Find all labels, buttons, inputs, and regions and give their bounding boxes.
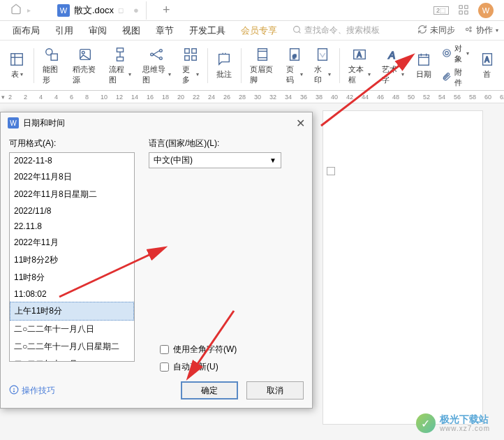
search-box[interactable]: 查找命令、搜索模板 [292,24,380,36]
tab-view[interactable]: 视图 [115,22,147,40]
sync-status[interactable]: 未同步 [417,24,455,36]
svg-point-44 [445,51,448,54]
object-button[interactable]: 对象▾ [442,43,469,64]
svg-point-20 [160,49,163,52]
mindmap-button[interactable]: 思维导图▾ [137,43,177,88]
coop-icon [464,24,473,36]
first-button[interactable]: A 首 [473,48,501,82]
format-item[interactable]: 2022年11月8日 [10,168,134,186]
tab-layout[interactable]: 面布局 [6,22,47,40]
cancel-button[interactable]: 取消 [246,381,304,399]
comment-icon [216,51,232,68]
textbox-button[interactable]: A 文本框▾ [343,43,376,88]
svg-rect-13 [51,54,57,60]
watermark-title: 极光下载站 [440,414,490,425]
avatar[interactable]: W [478,3,494,18]
tab-devtools[interactable]: 开发工具 [182,22,232,40]
sync-label: 未同步 [430,24,455,36]
svg-rect-25 [191,48,195,52]
fullwidth-input[interactable] [160,345,169,354]
document-page[interactable] [323,110,483,425]
sync-icon [417,24,427,36]
ok-button[interactable]: 确定 [181,381,238,399]
header-footer-icon [254,46,271,63]
ruler-mark: 30 [254,94,261,101]
format-item[interactable]: 2022年11月 [10,234,134,251]
format-item[interactable]: 2022/11/8 [10,203,134,219]
ruler-mark: 62 [500,94,504,101]
format-item[interactable]: 22.11.8 [10,219,134,234]
format-item[interactable]: 2022年11月8日星期二 [10,186,134,203]
fullwidth-checkbox[interactable]: 使用全角字符(W) [160,344,237,355]
shape-button[interactable]: 能图形 [37,43,67,88]
ruler-mark: 18 [162,94,169,101]
ruler[interactable]: ▾ 22446810121416182022242628303234363840… [0,91,504,103]
ruler-mark: 14 [131,94,138,101]
format-item[interactable]: 11时8分2秒 [10,251,134,269]
svg-rect-35 [318,48,327,60]
svg-text:#: # [292,52,297,59]
format-item[interactable]: 二○二二年十一月 [10,355,134,362]
svg-point-15 [82,51,84,54]
ruler-mark: 20 [177,94,184,101]
svg-point-21 [160,57,163,59]
svg-rect-30 [258,48,267,60]
ruler-mark: 16 [147,94,154,101]
text-cursor [327,167,335,175]
svg-point-49 [13,390,14,391]
doc-icon: W [57,4,70,17]
tab-review[interactable]: 审阅 [82,22,114,40]
svg-point-4 [294,26,300,32]
attachment-button[interactable]: 附件 [442,67,469,88]
document-tab[interactable]: W 散文.docx ◻ ● [50,1,147,20]
ruler-mark: 36 [300,94,307,101]
ruler-mark: 4 [54,94,58,101]
format-item[interactable]: 上午11时8分 [10,302,134,321]
comment-button[interactable]: 批注 [210,48,238,82]
flowchart-button[interactable]: 流程图▾ [103,43,137,88]
watermark-logo-icon: ✓ [416,413,436,433]
svg-rect-1 [465,5,468,8]
format-list[interactable]: 2022-11-82022年11月8日2022年11月8日星期二2022/11/… [9,152,135,362]
svg-rect-0 [459,5,462,8]
watermark-button[interactable]: 水印▾ [309,43,336,88]
home-icon[interactable] [10,3,22,17]
autoupdate-input[interactable] [160,362,169,372]
tab-vip[interactable]: 会员专享 [234,22,284,40]
ruler-mark: 38 [316,94,323,101]
watermark-url: www.xz7.com [440,425,490,432]
shape-icon [43,46,60,63]
header-footer-button[interactable]: 页眉页脚 [244,43,281,88]
new-tab-button[interactable]: + [152,3,181,17]
format-item[interactable]: 二○二二年十一月八日星期二 [10,338,134,355]
svg-rect-39 [418,55,429,66]
ruler-mark: 24 [208,94,215,101]
format-item[interactable]: 二○二二年十一月八日 [10,321,134,338]
tab-close-icon[interactable]: ● [133,5,139,15]
tab-chapter[interactable]: 章节 [149,22,181,40]
svg-point-7 [470,27,471,29]
ruler-mark: 22 [193,94,200,101]
format-item[interactable]: 2022-11-8 [10,153,134,168]
chevron-down-icon: ▾ [496,27,498,34]
lang-select[interactable]: 中文(中国) ▼ [149,152,281,168]
close-icon[interactable]: ✕ [296,117,305,130]
pagenum-button[interactable]: # 页码▾ [281,43,309,88]
svg-point-8 [470,30,471,31]
format-item[interactable]: 11:08:02 [10,286,134,302]
more-button[interactable]: 更多▾ [177,43,205,88]
tips-link[interactable]: 操作技巧 [9,385,55,397]
coop-button[interactable]: 协作 ▾ [464,24,498,36]
autoupdate-checkbox[interactable]: 自动更新(U) [160,361,237,373]
tab-reference[interactable]: 引用 [48,22,80,40]
object-icon [442,48,452,59]
resource-button[interactable]: 稻壳资源 [67,43,103,88]
table-button[interactable]: 表▾ [3,48,31,82]
wordart-button[interactable]: A 艺术字▾ [376,43,410,88]
grid-icon[interactable] [459,5,468,16]
window-restore-icon[interactable]: 2⬚ [433,6,449,15]
ruler-mark: 44 [362,94,369,101]
format-item[interactable]: 11时8分 [10,269,134,286]
lang-label: 语言(国家/地区)(L): [149,138,304,149]
date-button[interactable]: 日期 [410,48,438,82]
